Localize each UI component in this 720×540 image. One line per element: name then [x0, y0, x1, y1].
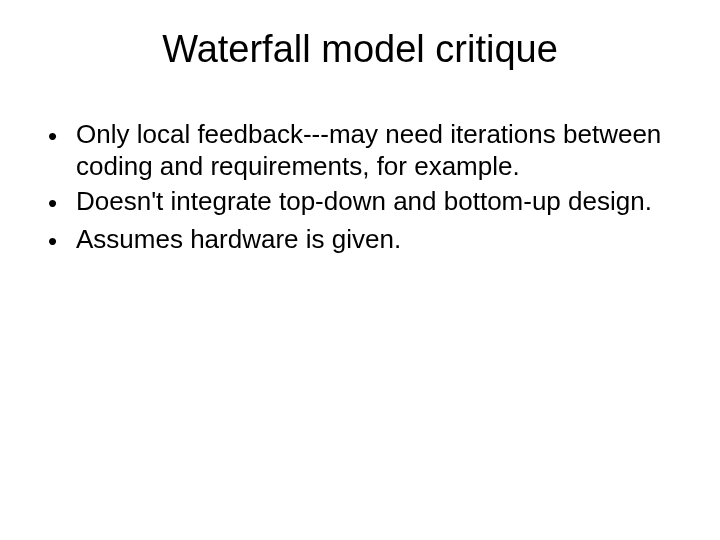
list-item: • Doesn't integrate top-down and bottom-… — [48, 186, 680, 220]
bullet-icon: • — [48, 224, 76, 258]
bullet-icon: • — [48, 119, 76, 153]
list-item: • Assumes hardware is given. — [48, 224, 680, 258]
list-item: • Only local feedback---may need iterati… — [48, 119, 680, 182]
bullet-list: • Only local feedback---may need iterati… — [40, 119, 680, 258]
bullet-icon: • — [48, 186, 76, 220]
bullet-text: Only local feedback---may need iteration… — [76, 119, 680, 182]
slide-title: Waterfall model critique — [40, 28, 680, 71]
bullet-text: Assumes hardware is given. — [76, 224, 680, 256]
slide-container: Waterfall model critique • Only local fe… — [0, 0, 720, 540]
bullet-text: Doesn't integrate top-down and bottom-up… — [76, 186, 680, 218]
